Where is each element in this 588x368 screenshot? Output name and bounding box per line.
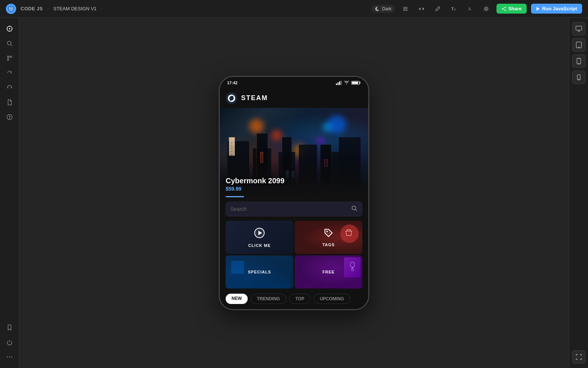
tablet-view-btn[interactable] bbox=[572, 38, 585, 52]
text-size-btn[interactable]: T T bbox=[448, 3, 460, 15]
run-label: Run JavaScript bbox=[542, 6, 577, 11]
sidebar-bookmark-icon[interactable] bbox=[3, 321, 16, 334]
fullscreen-btn[interactable] bbox=[572, 350, 585, 364]
moon-icon bbox=[375, 6, 380, 11]
battery-icon bbox=[351, 81, 361, 85]
sidebar-document-icon[interactable] bbox=[3, 96, 16, 109]
run-button[interactable]: Run JavaScript bbox=[531, 4, 582, 14]
svg-point-2 bbox=[10, 8, 12, 10]
svg-point-29 bbox=[7, 357, 8, 358]
sidebar-search-icon[interactable] bbox=[3, 37, 16, 50]
click-me-label: CLICK ME bbox=[248, 243, 270, 248]
steam-header: STEAM bbox=[220, 89, 368, 108]
canvas-area: 17:42 bbox=[19, 18, 569, 368]
svg-rect-5 bbox=[403, 10, 408, 11]
free-content: FREE bbox=[295, 255, 362, 289]
play-icon bbox=[536, 7, 540, 11]
svg-marker-14 bbox=[537, 7, 539, 11]
share-label: Share bbox=[508, 6, 521, 11]
tab-top[interactable]: TOP bbox=[289, 294, 311, 304]
edit-btn[interactable] bbox=[432, 3, 444, 15]
search-submit-icon[interactable] bbox=[351, 205, 358, 213]
sidebar-sync-icon[interactable] bbox=[3, 81, 16, 94]
tab-upcoming[interactable]: UPCOMING bbox=[313, 294, 350, 304]
game-title: Cybermonk 2099 bbox=[226, 177, 284, 185]
right-sidebar bbox=[569, 18, 588, 368]
app-logo bbox=[6, 4, 16, 14]
sidebar-refresh-icon[interactable] bbox=[3, 66, 16, 79]
svg-point-31 bbox=[11, 357, 12, 358]
svg-rect-33 bbox=[338, 82, 339, 85]
sidebar-compass-icon[interactable] bbox=[3, 22, 16, 35]
svg-line-13 bbox=[503, 9, 505, 10]
settings-btn[interactable] bbox=[480, 3, 492, 15]
tab-new[interactable]: NEW bbox=[226, 294, 248, 304]
font-btn[interactable]: A bbox=[464, 3, 476, 15]
separator2: · bbox=[101, 6, 103, 12]
play-cell-icon bbox=[254, 227, 265, 241]
desktop-view-btn[interactable] bbox=[572, 22, 585, 35]
svg-line-12 bbox=[503, 7, 505, 8]
svg-text:T: T bbox=[451, 7, 454, 11]
svg-rect-4 bbox=[403, 8, 408, 9]
search-input[interactable]: Search bbox=[230, 206, 348, 212]
phone-mockup: 17:42 bbox=[219, 76, 369, 310]
steam-title: STEAM bbox=[241, 94, 268, 102]
svg-point-21 bbox=[7, 41, 11, 45]
svg-point-15 bbox=[7, 26, 12, 31]
bokeh-4 bbox=[317, 137, 324, 145]
svg-rect-3 bbox=[403, 7, 408, 8]
svg-point-51 bbox=[578, 47, 579, 47]
svg-rect-38 bbox=[352, 82, 358, 84]
sidebar-help-icon[interactable] bbox=[3, 110, 16, 124]
click-me-content: CLICK ME bbox=[226, 221, 293, 254]
active-tab-line bbox=[226, 196, 244, 197]
svg-point-56 bbox=[578, 79, 579, 79]
topbar: CODE JS · STEAM DESIGN V1 · Dark T T A bbox=[0, 0, 588, 18]
project-name: STEAM DESIGN V1 bbox=[53, 6, 97, 11]
svg-point-28 bbox=[9, 118, 10, 119]
dark-label: Dark bbox=[382, 6, 391, 11]
tags-cell[interactable]: TAGS bbox=[295, 221, 362, 254]
sidebar-git-icon[interactable] bbox=[3, 52, 16, 65]
svg-point-9 bbox=[505, 7, 506, 8]
tags-label: TAGS bbox=[322, 243, 335, 247]
app-name: CODE JS bbox=[21, 6, 43, 11]
list-view-btn[interactable] bbox=[399, 3, 411, 15]
game-price: $59.99 bbox=[226, 186, 284, 192]
hero-section[interactable]: とらのり木 Cybermonk 2099 $59.99 bbox=[220, 108, 368, 196]
svg-point-23 bbox=[7, 56, 9, 57]
svg-rect-37 bbox=[360, 82, 361, 84]
free-label: FREE bbox=[322, 270, 334, 274]
separator1: · bbox=[47, 6, 49, 12]
sidebar-power-icon[interactable] bbox=[3, 336, 16, 349]
bottom-tabs: NEW TRENDING TOP UPCOMING bbox=[220, 289, 368, 309]
svg-rect-47 bbox=[576, 26, 582, 30]
svg-rect-34 bbox=[339, 81, 340, 85]
signal-icon bbox=[336, 81, 342, 85]
wifi-icon bbox=[344, 81, 349, 85]
status-icons bbox=[336, 81, 361, 85]
search-bar[interactable]: Search bbox=[226, 202, 362, 216]
share-button[interactable]: Share bbox=[496, 4, 527, 14]
left-sidebar bbox=[0, 18, 19, 368]
dark-mode-toggle[interactable]: Dark bbox=[371, 5, 395, 13]
svg-line-40 bbox=[355, 209, 357, 211]
small-mobile-view-btn[interactable] bbox=[572, 71, 585, 84]
click-me-cell[interactable]: CLICK ME bbox=[226, 221, 293, 254]
mobile-view-btn[interactable] bbox=[572, 54, 585, 68]
svg-rect-32 bbox=[336, 84, 337, 85]
code-view-btn[interactable] bbox=[416, 3, 427, 15]
specials-cell[interactable]: SPECIALS bbox=[226, 255, 293, 289]
svg-rect-35 bbox=[341, 81, 342, 85]
sidebar-more-icon[interactable] bbox=[3, 350, 16, 364]
svg-text:A: A bbox=[468, 6, 471, 11]
tab-trending[interactable]: TRENDING bbox=[251, 294, 286, 304]
tags-content: TAGS bbox=[295, 221, 362, 254]
steam-logo bbox=[226, 92, 237, 104]
free-cell[interactable]: FREE bbox=[295, 255, 362, 289]
svg-point-30 bbox=[9, 357, 10, 358]
svg-point-16 bbox=[9, 28, 10, 29]
bokeh-2 bbox=[271, 130, 282, 141]
specials-label: SPECIALS bbox=[248, 270, 271, 274]
